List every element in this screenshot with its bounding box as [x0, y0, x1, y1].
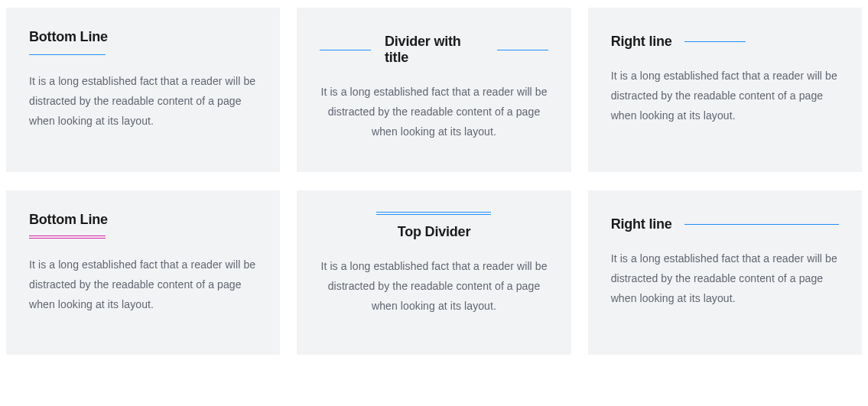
- card-title: Top Divider: [320, 224, 548, 240]
- divider-right-icon: [497, 50, 548, 50]
- card-title: Right line: [611, 34, 672, 50]
- card-bottom-line-double: Bottom Line It is a long established fac…: [6, 190, 280, 355]
- title-row: Right line: [611, 216, 839, 232]
- divider-right-long-icon: [684, 224, 839, 225]
- card-grid: Bottom Line It is a long established fac…: [6, 8, 862, 355]
- card-title: Bottom Line: [29, 29, 257, 45]
- divider-top-double-icon: [376, 212, 491, 215]
- card-title: Right line: [611, 216, 672, 232]
- divider-bottom-single-icon: [29, 54, 106, 55]
- card-body: It is a long established fact that a rea…: [320, 83, 548, 142]
- card-body: It is a long established fact that a rea…: [320, 257, 548, 317]
- card-body: It is a long established fact that a rea…: [611, 67, 839, 126]
- title-row: Right line: [611, 34, 839, 50]
- card-divider-with-title: Divider with title It is a long establis…: [297, 8, 571, 172]
- divider-right-icon: [684, 41, 746, 42]
- card-right-line-long: Right line It is a long established fact…: [588, 190, 862, 355]
- card-title: Divider with title: [385, 34, 483, 66]
- divider-bottom-double-icon: [29, 235, 106, 239]
- card-top-divider: Top Divider It is a long established fac…: [297, 190, 571, 355]
- card-bottom-line: Bottom Line It is a long established fac…: [6, 8, 280, 172]
- title-row: Divider with title: [320, 34, 548, 66]
- card-body: It is a long established fact that a rea…: [29, 255, 257, 315]
- card-right-line: Right line It is a long established fact…: [588, 8, 862, 172]
- card-body: It is a long established fact that a rea…: [611, 249, 839, 309]
- divider-left-icon: [320, 50, 371, 50]
- card-title: Bottom Line: [29, 212, 257, 228]
- card-body: It is a long established fact that a rea…: [29, 72, 257, 132]
